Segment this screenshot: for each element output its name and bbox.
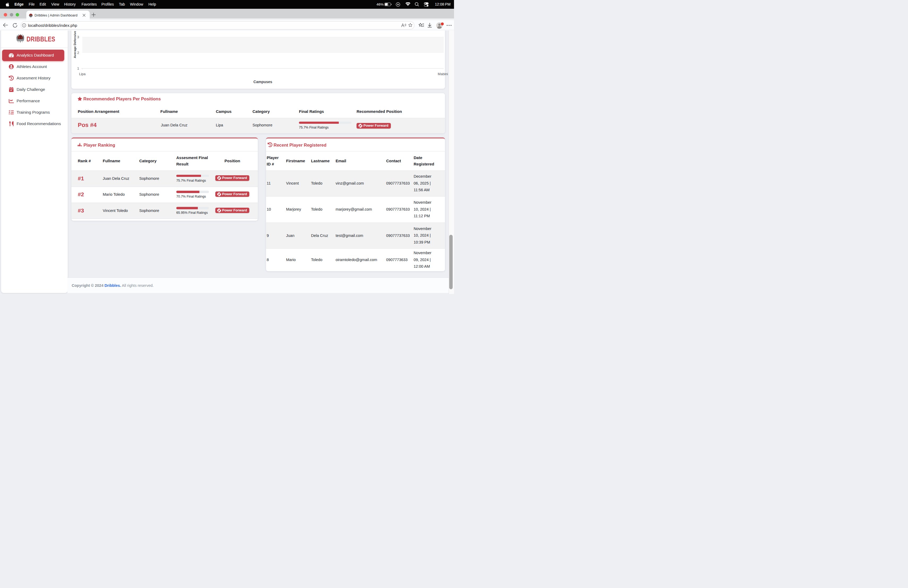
svg-text:DRIBBLES: DRIBBLES — [17, 39, 24, 41]
